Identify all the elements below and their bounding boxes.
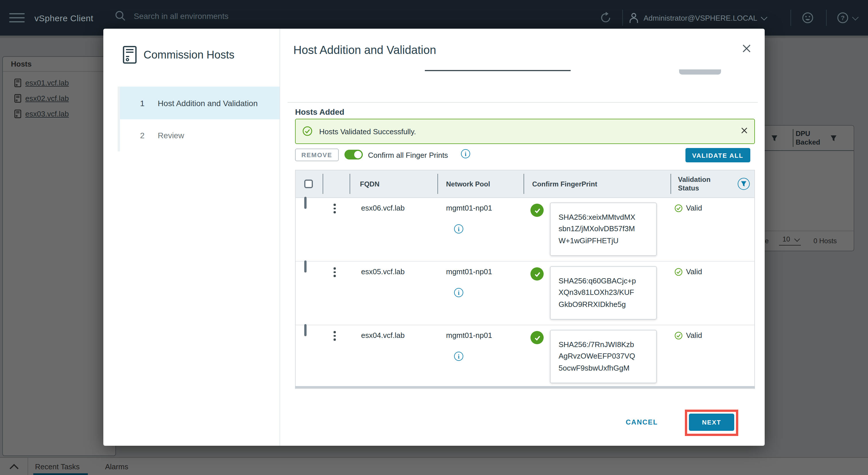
network-pool-cell: mgmt01-np01	[446, 331, 524, 340]
column-header-network-pool: Network Pool	[437, 170, 524, 197]
table-header-row: FQDN Network Pool Confirm FingerPrint Va…	[296, 170, 754, 198]
close-icon[interactable]	[742, 44, 751, 53]
row-checkbox[interactable]	[304, 261, 307, 272]
remove-button[interactable]: REMOVE	[295, 148, 338, 161]
divider	[288, 102, 758, 103]
info-icon[interactable]: i	[454, 288, 463, 297]
fqdn-cell: esx05.vcf.lab	[361, 267, 437, 276]
select-all-checkbox[interactable]	[304, 179, 313, 188]
cancel-button[interactable]: CANCEL	[622, 418, 661, 427]
search-input[interactable]	[133, 11, 307, 21]
fingerprint-value: SHA256:/7RnJWI8Kzb AgRvzOWeEFP037VQ 5ocw…	[550, 330, 657, 383]
success-banner: Hosts Validated Successfully.	[295, 119, 755, 144]
wizard-step-2[interactable]: 2 Review	[120, 119, 280, 151]
network-pool-cell: mgmt01-np01	[446, 267, 524, 276]
help-menu[interactable]: ?	[837, 12, 858, 24]
user-name: Administrator@VSPHERE.LOCAL	[644, 13, 757, 22]
fingerprint-confirmed-icon[interactable]	[530, 267, 544, 280]
fqdn-cell: esx06.vcf.lab	[361, 204, 437, 212]
chevron-down-icon	[852, 14, 859, 20]
wizard-sidebar: Commission Hosts 1 Host Addition and Val…	[103, 29, 280, 446]
table-toolbar: REMOVE Confirm all Finger Prints i VALID…	[295, 148, 755, 162]
app-title: vSphere Client	[34, 13, 93, 23]
feedback-smiley-icon[interactable]	[802, 12, 813, 24]
wizard-step-1[interactable]: 1 Host Addition and Validation	[120, 87, 280, 119]
chevron-down-icon	[761, 14, 768, 20]
header-divider	[622, 10, 623, 26]
filter-icon[interactable]	[738, 178, 750, 190]
table-row: esx06.vcf.lab mgmt01-np01 i SHA256:xeixM…	[296, 198, 754, 262]
search-icon	[115, 10, 126, 21]
info-icon[interactable]: i	[454, 224, 463, 234]
table-row: esx05.vcf.lab mgmt01-np01 i SHA256:q60GB…	[296, 262, 754, 325]
commission-hosts-dialog: Commission Hosts 1 Host Addition and Val…	[103, 29, 765, 446]
header-divider	[790, 10, 791, 26]
vsphere-client-window: vSphere Client Administrator@VSPHERE.LOC…	[0, 0, 868, 475]
commission-hosts-icon	[123, 46, 136, 64]
hosts-table: FQDN Network Pool Confirm FingerPrint Va…	[295, 170, 755, 389]
info-icon[interactable]: i	[461, 149, 470, 158]
validation-status-badge: Valid	[675, 267, 755, 276]
global-search	[115, 10, 307, 21]
column-header-validation-status: Validation Status	[678, 175, 714, 193]
dialog-title: Commission Hosts	[144, 48, 235, 61]
row-checkbox[interactable]	[304, 197, 307, 209]
actions-column-header	[322, 170, 350, 197]
hosts-added-heading: Hosts Added	[295, 107, 344, 116]
toggle-label: Confirm all Finger Prints	[368, 151, 448, 160]
column-header-fqdn: FQDN	[350, 170, 437, 197]
cropped-button-remnant	[679, 69, 721, 75]
table-bottom-scrollbar[interactable]	[295, 386, 755, 388]
next-button[interactable]: NEXT	[689, 414, 734, 431]
fqdn-cell: esx04.vcf.lab	[361, 331, 437, 340]
wizard-step-track	[118, 87, 120, 151]
kebab-menu-icon[interactable]	[334, 267, 336, 277]
valid-check-icon	[675, 268, 683, 276]
valid-check-icon	[675, 331, 683, 339]
cropped-field-underline	[425, 70, 570, 71]
row-checkbox[interactable]	[304, 324, 307, 336]
kebab-menu-icon[interactable]	[334, 331, 336, 340]
page-title: Host Addition and Validation	[293, 44, 436, 57]
banner-message: Hosts Validated Successfully.	[319, 127, 416, 136]
info-icon[interactable]: i	[454, 352, 463, 361]
user-menu[interactable]: Administrator@VSPHERE.LOCAL	[629, 12, 766, 24]
fingerprint-value: SHA256:xeixMMtvdMX sbn1Z/jMXolvDB57f3M W…	[550, 203, 657, 256]
validation-status-badge: Valid	[675, 204, 755, 212]
validate-all-button[interactable]: VALIDATE ALL	[685, 148, 750, 162]
user-icon	[629, 12, 639, 24]
confirm-fingerprints-toggle[interactable]	[344, 150, 363, 160]
success-check-icon	[303, 126, 312, 136]
table-row: esx04.vcf.lab mgmt01-np01 i SHA256:/7RnJ…	[296, 325, 754, 389]
refresh-icon[interactable]	[600, 12, 611, 24]
wizard-content: Host Addition and Validation Hosts Added…	[280, 29, 765, 446]
header-divider	[826, 10, 827, 26]
kebab-menu-icon[interactable]	[334, 204, 336, 213]
close-icon[interactable]	[741, 127, 747, 134]
svg-text:?: ?	[841, 14, 844, 22]
validation-status-badge: Valid	[675, 331, 755, 340]
fingerprint-confirmed-icon[interactable]	[530, 204, 544, 217]
network-pool-cell: mgmt01-np01	[446, 204, 524, 212]
fingerprint-confirmed-icon[interactable]	[530, 331, 544, 344]
menu-icon[interactable]	[9, 13, 25, 22]
column-header-confirm-fingerprint: Confirm FingerPrint	[524, 170, 671, 197]
fingerprint-value: SHA256:q60GBACjc+p XQn3v81LOXh23/KUF Gkb…	[550, 266, 657, 319]
valid-check-icon	[675, 204, 683, 212]
help-icon: ?	[837, 12, 848, 24]
